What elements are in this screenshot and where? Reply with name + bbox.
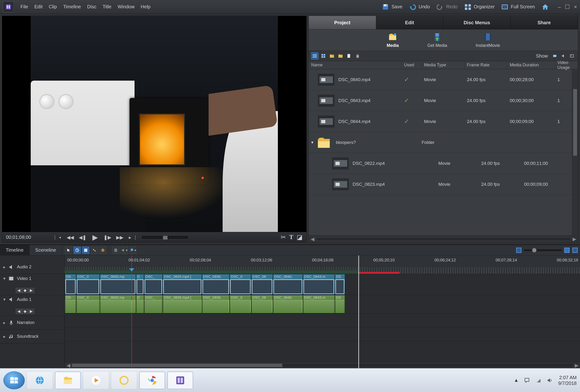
media-list[interactable]: DSC_0840.mp4✓Movie24.00 fps00;00;28;001D… [309,69,578,235]
shuttle-slider[interactable] [141,235,189,240]
fast-forward-button[interactable]: ▶▶ [117,234,123,241]
video-clip[interactable]: DSC_0836. [202,274,230,295]
menu-timeline[interactable]: Timeline [61,3,83,10]
panel-hscroll[interactable]: ◀▶ [309,235,578,242]
smart-trim-tool[interactable] [91,247,98,254]
menu-title[interactable]: Title [100,3,114,10]
media-row[interactable]: ▾bloopers?Folder [309,132,578,153]
show-still-button[interactable] [568,52,576,59]
audio-clip[interactable]: DSC_08 [251,295,273,313]
audio-clip[interactable]: DSC_0835.mp4 [ [163,295,202,313]
col-usage[interactable]: Video Usage [555,61,578,69]
split-clip-button[interactable]: ✂ [281,234,286,241]
taskbar-premiere-elements[interactable] [167,371,193,390]
timeline-hscroll[interactable]: ◀▶ [65,362,580,368]
zoom-in-button[interactable] [564,248,570,253]
video-clip[interactable]: DSC_ [144,274,163,295]
play-button[interactable]: ▶ [92,234,98,241]
home-button[interactable] [538,2,552,11]
goto-in-button[interactable]: ⎸◂ [54,234,61,241]
media-row[interactable]: DSC_0822.mp4Movie24.00 fps00;00;11;00 [309,153,578,174]
current-timecode[interactable]: 00;01;08;00 [6,235,49,240]
menu-clip[interactable]: Clip [46,3,59,10]
media-row[interactable]: DSC_0844.mp4✓Movie24.00 fps00;00;09;001 [309,111,578,132]
properties-tool[interactable] [82,247,89,254]
strip-media[interactable]: Media [387,32,399,48]
freeze-frame-button[interactable]: ◪ [297,234,303,241]
zoom-out-button[interactable] [516,248,521,253]
fit-timeline-button[interactable] [572,248,578,253]
close-button[interactable]: × [574,4,577,9]
mode-sceneline[interactable]: Sceneline [29,245,62,255]
audio-clip[interactable]: DSC_0836. [202,295,230,313]
menu-help[interactable]: Help [138,3,153,10]
step-back-button[interactable]: ◀❚ [79,234,86,241]
audio-clip[interactable]: DSC_ [144,295,163,313]
audio1-track[interactable]: DSDSC_0DSC_0830.mpDDSC_DSC_0835.mp4 [DSC… [65,295,580,313]
col-type[interactable]: Media Type [422,61,464,69]
media-scrollbar[interactable] [572,69,578,235]
fullscreen-button[interactable]: Full Screen [498,2,538,11]
menu-window[interactable]: Window [115,3,137,10]
zoom-slider[interactable] [524,249,562,251]
taskbar-app-o[interactable] [111,371,137,390]
video-clip[interactable]: DSC_0843.m [303,274,335,295]
audio-tool[interactable]: ▾ [121,247,128,254]
video-clip[interactable]: DSC_0835.mp4 [ [163,274,202,295]
video-clip[interactable]: DSC_0 [76,274,100,295]
col-used[interactable]: Used [402,61,422,69]
video-clip[interactable]: DSC_0840. [273,274,303,295]
start-button[interactable] [3,371,25,390]
col-name[interactable]: Name [309,61,402,69]
redo-button[interactable]: Redo [433,2,461,11]
video-clip[interactable]: DSC_0 [230,274,251,295]
step-forward-button[interactable]: ❚▶ [104,234,111,241]
menu-disc[interactable]: Disc [85,3,99,10]
markers-menu[interactable] [112,247,119,254]
mode-timeline[interactable]: Timeline [0,245,29,255]
strip-get-media[interactable]: Get Media [427,32,447,48]
show-video-button[interactable] [551,52,558,59]
work-area-end[interactable] [358,255,359,368]
tray-network-icon[interactable] [535,377,541,384]
audio-clip[interactable]: DS [65,295,76,313]
video-clip[interactable]: DSC_08 [251,274,273,295]
video-clip[interactable]: DS [65,274,76,295]
col-dur[interactable]: Media Duration [507,61,555,69]
tab-share[interactable]: Share [511,16,578,29]
time-stretch-tool[interactable] [74,247,81,254]
new-folder-button[interactable] [328,52,335,59]
new-item-menu-button[interactable] [345,52,353,59]
audio-clip[interactable]: D [136,295,144,313]
soundtrack-track[interactable] [65,327,580,341]
audio-clip[interactable]: DSC_0830.mp [100,295,136,313]
taskbar-chrome[interactable] [139,371,165,390]
tab-disc-menus[interactable]: Disc Menus [443,16,511,29]
zoom-control[interactable] [516,248,570,253]
preview-monitor[interactable] [2,16,307,232]
marker-add[interactable]: ▾ [129,247,137,254]
menu-file[interactable]: File [18,3,30,10]
video-clip[interactable]: DS [335,274,345,295]
col-fps[interactable]: Frame Rate [464,61,507,69]
tray-volume-icon[interactable] [547,377,553,384]
delete-button[interactable] [354,52,361,59]
track-audio1-nav[interactable]: ◀◆▶ [16,309,34,314]
menu-edit[interactable]: Edit [32,3,45,10]
taskbar-ie[interactable] [27,371,53,390]
time-ruler[interactable]: 00;00;00;0000;01;04;0200;02;08;0400;03;1… [65,255,580,274]
media-row[interactable]: DSC_0843.mp4✓Movie24.00 fps00;00;30;001 [309,90,578,111]
audio-clip[interactable]: DSC_0 [230,295,251,313]
playhead[interactable] [132,255,132,368]
taskbar-explorer[interactable] [55,371,81,390]
video1-track[interactable]: DSDSC_0DSC_0830.mpDDSC_DSC_0835.mp4 [DSC… [65,274,580,295]
media-row[interactable]: DSC_0823.mp4Movie24.00 fps00;00;09;00 [309,174,578,195]
tray-show-hidden-icon[interactable]: ▲ [514,378,519,383]
audio-clip[interactable]: DSC_0 [76,295,100,313]
tracks-area[interactable]: 00;00;00;0000;01;04;0200;02;08;0400;03;1… [65,255,580,368]
new-item-button[interactable] [337,52,344,59]
tab-project[interactable]: Project [309,16,376,29]
track-header-narration[interactable]: ▸ Narration [0,316,65,330]
tab-edit[interactable]: Edit [376,16,443,29]
undo-button[interactable]: Undo [406,2,433,11]
